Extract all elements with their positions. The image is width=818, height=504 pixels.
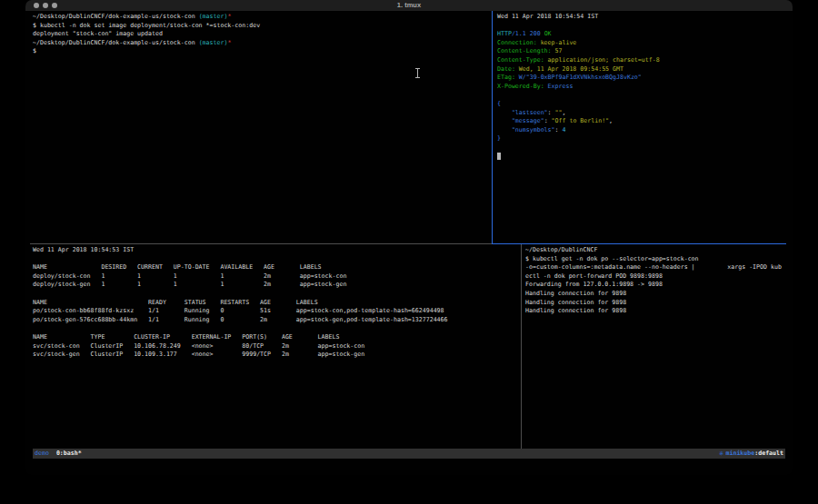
ibeam-mouse-cursor [414, 67, 421, 79]
terminal-line: NAME READY STATUS RESTARTS AGE LABELS [33, 299, 521, 308]
text-segment: OK [544, 30, 552, 37]
block-cursor [497, 153, 501, 160]
terminal-line: ectl -n dok port-forward POD 9898:9898 [525, 272, 785, 282]
text-segment: deploy/stock-con 1 1 1 1 2m app=stock-co… [33, 272, 346, 280]
pane-divider-vertical-bottom[interactable] [521, 244, 522, 449]
terminal-line: } [497, 134, 785, 143]
text-segment: "lastseen" [512, 109, 548, 116]
text-segment: ~/Desktop/DublinCNCF/dok-example-us/stoc… [33, 39, 199, 46]
tmux-status-bar: demo0:bash* ⎈ minikube:default [33, 449, 785, 459]
text-segment [497, 109, 512, 116]
text-segment: "" [555, 109, 563, 116]
text-segment: } [497, 134, 501, 142]
terminal-line: Handling connection for 9898 [525, 299, 785, 308]
terminal-line: Date: Wed, 11 Apr 2018 09:54:55 GMT [497, 65, 785, 74]
text-segment: Wed 11 Apr 2018 10:54:54 IST [497, 13, 598, 20]
terminal-line: { [497, 100, 785, 109]
text-segment: "message" [512, 117, 544, 124]
terminal-line: ETag: W/"39-0xBPf9aF1dXVNkhsxoBQgJ8vKzo" [497, 74, 785, 83]
text-segment: svc/stock-gen ClusterIP 10.109.3.177 <no… [33, 351, 364, 358]
terminal-line: "message": "Off to Berlin!", [497, 117, 785, 126]
terminal-line: "lastseen": "", [497, 109, 785, 118]
terminal-line: -o=custom-columns=:metadata.name --no-he… [525, 263, 785, 272]
terminal-line [33, 290, 521, 299]
terminal-line [497, 22, 785, 31]
text-segment: -o=custom-columns=:metadata.name --no-he… [525, 263, 782, 271]
text-segment: ETag: [497, 74, 519, 81]
terminal-line: deploy/stock-con 1 1 1 1 2m app=stock-co… [33, 272, 521, 282]
text-segment: (master) [199, 13, 228, 20]
text-segment: Express [548, 83, 574, 90]
terminal-line: Wed 11 Apr 2018 10:54:53 IST [33, 246, 521, 255]
status-right: ⎈ minikube:default [719, 449, 783, 459]
text-segment: "numsymbols" [512, 126, 555, 133]
text-segment: Content-Type: [497, 56, 548, 64]
terminal-line [497, 143, 785, 153]
terminal-line [497, 153, 785, 162]
terminal-line: Forwarding from 127.0.0.1:9898 -> 9898 [525, 281, 785, 290]
terminal-line: ~/Desktop/DublinCNCF/dok-example-us/stoc… [33, 39, 492, 48]
text-segment: , [609, 117, 613, 124]
window-title: 1. tmux [25, 0, 793, 11]
window-tab-bash[interactable]: 0:bash* [56, 450, 82, 457]
terminal-line: deployment "stock-con" image updated [33, 30, 492, 39]
terminal-window: 1. tmux ~/Desktop/DublinCNCF/dok-example… [25, 0, 793, 475]
text-segment: deploy/stock-gen 1 1 1 1 2m app=stock-ge… [33, 281, 346, 288]
kube-namespace: :default [754, 450, 783, 457]
pane-top-right-http-response[interactable]: Wed 11 Apr 2018 10:54:54 ISTHTTP/1.1 200… [497, 13, 785, 243]
text-segment: HTTP [497, 30, 512, 37]
text-segment: 57 [555, 47, 563, 54]
terminal-line: $ kubectl -n dok set image deployment/st… [33, 22, 492, 31]
text-segment: : [548, 109, 555, 116]
text-segment: Connection: [497, 39, 541, 46]
text-segment: $ kubectl get -n dok po --selector=app=s… [525, 255, 699, 262]
terminal-line: NAME TYPE CLUSTER-IP EXTERNAL-IP PORT(S)… [33, 333, 521, 342]
terminal-line: "numsymbols": 4 [497, 126, 785, 135]
text-segment: po/stock-con-bb68f88fd-kzsxz 1/1 Running… [33, 307, 444, 314]
text-segment: Wed, 11 Apr 2018 09:54:55 GMT [519, 65, 623, 73]
text-segment: keep-alive [541, 39, 577, 46]
terminal-line: $ [33, 47, 492, 56]
text-segment: Handling connection for 9898 [525, 290, 626, 297]
text-segment: * [227, 39, 231, 46]
pane-divider-horizontal-left[interactable] [30, 243, 492, 244]
text-segment: Handling connection for 9898 [525, 299, 626, 306]
text-segment: ~/Desktop/DublinCNCF/dok-example-us/stoc… [33, 13, 199, 20]
terminal-line: Handling connection for 9898 [525, 290, 785, 299]
text-segment [497, 117, 512, 124]
pane-bottom-right-port-forward[interactable]: ~/Desktop/DublinCNCF$ kubectl get -n dok… [525, 246, 785, 448]
terminal-line: NAME DESIRED CURRENT UP-TO-DATE AVAILABL… [33, 263, 521, 272]
text-segment: NAME TYPE CLUSTER-IP EXTERNAL-IP PORT(S)… [33, 333, 339, 341]
tmux-session: ~/Desktop/DublinCNCF/dok-example-us/stoc… [25, 11, 793, 475]
text-segment: svc/stock-con ClusterIP 10.106.78.249 <n… [33, 342, 364, 350]
terminal-line [33, 255, 521, 264]
pane-bottom-left-kubectl-get[interactable]: Wed 11 Apr 2018 10:54:53 ISTNAME DESIRED… [33, 246, 521, 448]
terminal-line: Handling connection for 9898 [525, 307, 785, 316]
terminal-line: $ kubectl get -n dok po --selector=app=s… [525, 255, 785, 264]
text-segment: (master) [199, 39, 228, 46]
text-segment [497, 126, 512, 133]
text-segment: Handling connection for 9898 [525, 307, 626, 314]
text-segment: 4 [562, 126, 565, 133]
text-segment: NAME READY STATUS RESTARTS AGE LABELS [33, 299, 318, 306]
text-segment: Date: [497, 65, 519, 73]
terminal-line [33, 324, 521, 333]
text-segment: ectl -n dok port-forward POD 9898:9898 [525, 272, 663, 280]
pane-divider-horizontal-right-active[interactable] [492, 243, 786, 244]
text-segment: "Off to Berlin!" [552, 117, 610, 124]
window-titlebar[interactable]: 1. tmux [25, 0, 793, 11]
text-segment: W/"39-0xBPf9aF1dXVNkhsxoBQgJ8vKzo" [519, 74, 642, 81]
terminal-line: po/stock-gen-576cc688bb-44kmn 1/1 Runnin… [33, 316, 521, 325]
terminal-line: po/stock-con-bb68f88fd-kzsxz 1/1 Running… [33, 307, 521, 316]
pane-top-left-shell[interactable]: ~/Desktop/DublinCNCF/dok-example-us/stoc… [33, 13, 492, 243]
text-segment: $ [33, 47, 36, 54]
pane-divider-vertical-top-active[interactable] [492, 11, 493, 243]
terminal-line: X-Powered-By: Express [497, 83, 785, 92]
text-segment: { [497, 100, 501, 107]
terminal-line: deploy/stock-gen 1 1 1 1 2m app=stock-ge… [33, 281, 521, 290]
terminal-line: svc/stock-con ClusterIP 10.106.78.249 <n… [33, 342, 521, 351]
terminal-line: HTTP/1.1 200 OK [497, 30, 785, 39]
status-left: demo0:bash* [35, 449, 82, 459]
kube-context: minikube [725, 450, 754, 457]
text-segment: * [227, 13, 231, 20]
